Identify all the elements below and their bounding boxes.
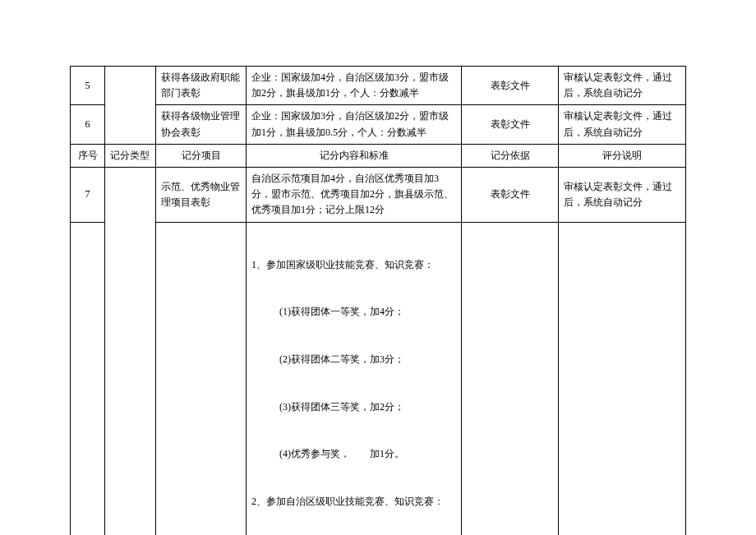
content-line: 2、参加自治区级职业技能竞赛、知识竞赛： (251, 494, 456, 510)
cell-content: 1、参加国家级职业技能竞赛、知识竞赛： (1)获得团体一等奖，加4分； (2)获… (247, 222, 462, 535)
table-header-row: 序号 记分类型 记分项目 记分内容和标准 记分依据 评分说明 (71, 144, 686, 167)
document-page: 5 获得各级政府职能部门表彰 企业：国家级加4分，自治区级加3分，盟市级加2分，… (0, 0, 756, 535)
header-item: 记分项目 (156, 144, 247, 167)
cell-item: 物业服务行业技能竞赛、知识竞赛等比赛表彰 (156, 222, 247, 535)
cell-idx: 6 (71, 105, 105, 144)
cell-note: 审核认定表彰文件，通过后，系统自动记分 (559, 167, 686, 222)
header-type: 记分类型 (105, 144, 156, 167)
content-line: (1)获得团体一等奖，加4分； (251, 304, 456, 320)
header-content: 记分内容和标准 (247, 144, 462, 167)
table-row: 8 物业服务行业技能竞赛、知识竞赛等比赛表彰 1、参加国家级职业技能竞赛、知识竞… (71, 222, 686, 535)
cell-type: 良好信息 (105, 167, 156, 535)
content-line: (3)获得团体三等奖，加2分； (251, 399, 456, 415)
cell-note: 审核认定表彰文件，通过后，系统自动记分 (559, 105, 686, 144)
scoring-table: 5 获得各级政府职能部门表彰 企业：国家级加4分，自治区级加3分，盟市级加2分，… (70, 66, 686, 535)
cell-idx: 8 (71, 222, 105, 535)
cell-content: 企业：国家级加4分，自治区级加3分，盟市级加2分，旗县级加1分，个人：分数减半 (247, 67, 462, 105)
header-note: 评分说明 (559, 144, 686, 167)
cell-item: 示范、优秀物业管理项目表彰 (156, 167, 247, 222)
table-row: 5 获得各级政府职能部门表彰 企业：国家级加4分，自治区级加3分，盟市级加2分，… (71, 67, 686, 105)
cell-basis: 表彰文件 (462, 222, 559, 535)
content-line: (2)获得团体二等奖，加3分； (251, 352, 456, 367)
content-line: 1、参加国家级职业技能竞赛、知识竞赛： (251, 257, 456, 273)
cell-basis: 表彰文件 (462, 167, 559, 222)
table-row: 6 获得各级物业管理协会表彰 企业：国家级加3分，自治区级加2分，盟市级加1分，… (71, 105, 686, 144)
cell-type-blank (105, 67, 156, 145)
cell-item: 获得各级物业管理协会表彰 (156, 105, 247, 144)
cell-note: 审核认定表彰文件，通过后，系统自动记分 (559, 67, 686, 105)
cell-basis: 表彰文件 (462, 67, 559, 105)
cell-content: 自治区示范项目加4分，自治区优秀项目加3分，盟市示范、优秀项目加2分，旗县级示范… (247, 167, 462, 222)
cell-content: 企业：国家级加3分，自治区级加2分，盟市级加1分，旗县级加0.5分，个人：分数减… (247, 105, 462, 144)
cell-basis: 表彰文件 (462, 105, 559, 144)
header-idx: 序号 (71, 144, 105, 167)
header-basis: 记分依据 (462, 144, 559, 167)
cell-item: 获得各级政府职能部门表彰 (156, 67, 247, 105)
cell-note: 审核认定表彰文件，通过后，系统自动记分 (559, 222, 686, 535)
content-line: (4)优秀参与奖， 加1分。 (251, 446, 456, 462)
table-row: 7 良好信息 示范、优秀物业管理项目表彰 自治区示范项目加4分，自治区优秀项目加… (71, 167, 686, 222)
cell-idx: 5 (71, 67, 105, 105)
cell-idx: 7 (71, 167, 105, 222)
